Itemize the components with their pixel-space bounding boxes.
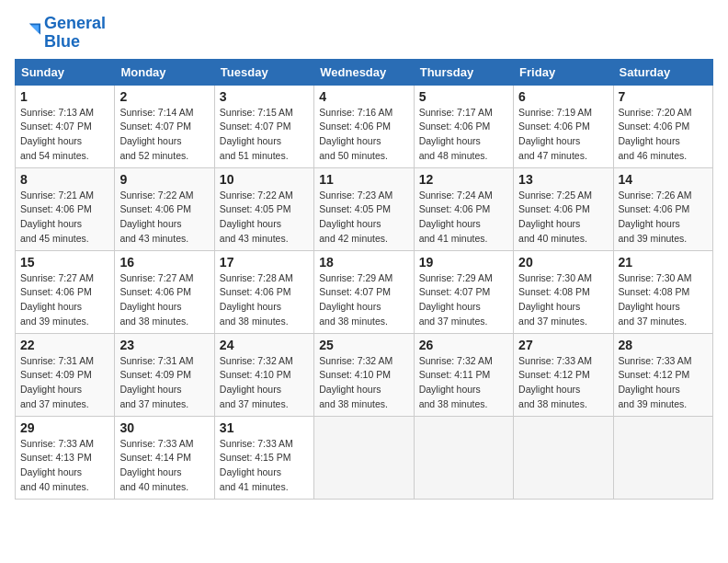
day-number: 14 (619, 172, 708, 187)
logo: GeneralBlue (15, 15, 106, 52)
day-detail: Sunrise: 7:30 AMSunset: 4:08 PMDaylight … (518, 272, 592, 327)
calendar-week-3: 15Sunrise: 7:27 AMSunset: 4:06 PMDayligh… (16, 250, 713, 333)
day-detail: Sunrise: 7:20 AMSunset: 4:06 PMDaylight … (619, 107, 692, 161)
calendar-cell: 31Sunrise: 7:33 AMSunset: 4:15 PMDayligh… (214, 416, 313, 499)
day-number: 6 (518, 89, 608, 104)
day-detail: Sunrise: 7:22 AMSunset: 4:06 PMDaylight … (119, 190, 193, 244)
logo-icon (15, 20, 40, 46)
day-detail: Sunrise: 7:31 AMSunset: 4:09 PMDaylight … (20, 355, 94, 409)
day-detail: Sunrise: 7:14 AMSunset: 4:07 PMDaylight … (119, 107, 193, 161)
calendar-cell (314, 416, 414, 499)
day-detail: Sunrise: 7:13 AMSunset: 4:07 PMDaylight … (20, 107, 94, 161)
day-detail: Sunrise: 7:15 AMSunset: 4:07 PMDaylight … (220, 107, 293, 161)
calendar-header-row: SundayMondayTuesdayWednesdayThursdayFrid… (16, 59, 713, 85)
day-detail: Sunrise: 7:16 AMSunset: 4:06 PMDaylight … (319, 107, 392, 161)
day-header-sunday: Sunday (16, 59, 115, 85)
calendar-cell: 13Sunrise: 7:25 AMSunset: 4:06 PMDayligh… (514, 167, 613, 250)
day-number: 24 (220, 338, 309, 352)
day-detail: Sunrise: 7:24 AMSunset: 4:06 PMDaylight … (419, 190, 493, 244)
day-number: 18 (319, 255, 408, 270)
day-header-monday: Monday (115, 59, 214, 85)
header: GeneralBlue (15, 15, 713, 52)
day-header-friday: Friday (514, 59, 613, 85)
calendar-cell: 10Sunrise: 7:22 AMSunset: 4:05 PMDayligh… (214, 167, 313, 250)
calendar-cell: 1Sunrise: 7:13 AMSunset: 4:07 PMDaylight… (16, 85, 115, 167)
calendar-cell: 2Sunrise: 7:14 AMSunset: 4:07 PMDaylight… (115, 85, 214, 167)
calendar-cell: 22Sunrise: 7:31 AMSunset: 4:09 PMDayligh… (16, 333, 115, 416)
calendar-week-5: 29Sunrise: 7:33 AMSunset: 4:13 PMDayligh… (16, 416, 713, 499)
day-header-saturday: Saturday (613, 59, 712, 85)
calendar-week-2: 8Sunrise: 7:21 AMSunset: 4:06 PMDaylight… (16, 167, 713, 250)
calendar-cell: 27Sunrise: 7:33 AMSunset: 4:12 PMDayligh… (514, 333, 613, 416)
calendar-cell: 11Sunrise: 7:23 AMSunset: 4:05 PMDayligh… (314, 167, 414, 250)
day-detail: Sunrise: 7:28 AMSunset: 4:06 PMDaylight … (220, 272, 293, 327)
calendar-cell: 23Sunrise: 7:31 AMSunset: 4:09 PMDayligh… (115, 333, 214, 416)
day-number: 29 (20, 420, 109, 435)
day-number: 30 (119, 420, 209, 435)
calendar-cell: 16Sunrise: 7:27 AMSunset: 4:06 PMDayligh… (115, 250, 214, 333)
calendar-cell (514, 416, 613, 499)
day-number: 4 (319, 89, 408, 104)
calendar-week-4: 22Sunrise: 7:31 AMSunset: 4:09 PMDayligh… (16, 333, 713, 416)
day-header-thursday: Thursday (414, 59, 513, 85)
calendar-cell (613, 416, 712, 499)
calendar-cell (414, 416, 513, 499)
day-detail: Sunrise: 7:33 AMSunset: 4:12 PMDaylight … (518, 355, 592, 409)
calendar-cell: 15Sunrise: 7:27 AMSunset: 4:06 PMDayligh… (16, 250, 115, 333)
calendar-cell: 19Sunrise: 7:29 AMSunset: 4:07 PMDayligh… (414, 250, 513, 333)
calendar-cell: 7Sunrise: 7:20 AMSunset: 4:06 PMDaylight… (613, 85, 712, 167)
day-number: 3 (220, 89, 309, 104)
day-detail: Sunrise: 7:17 AMSunset: 4:06 PMDaylight … (419, 107, 493, 161)
day-number: 10 (220, 172, 309, 187)
day-number: 12 (419, 172, 508, 187)
day-detail: Sunrise: 7:21 AMSunset: 4:06 PMDaylight … (20, 190, 94, 244)
day-detail: Sunrise: 7:32 AMSunset: 4:10 PMDaylight … (319, 355, 392, 409)
day-detail: Sunrise: 7:27 AMSunset: 4:06 PMDaylight … (119, 272, 193, 327)
day-detail: Sunrise: 7:31 AMSunset: 4:09 PMDaylight … (119, 355, 193, 409)
day-number: 23 (119, 338, 209, 352)
day-number: 25 (319, 338, 408, 352)
day-number: 15 (20, 255, 109, 270)
calendar-cell: 29Sunrise: 7:33 AMSunset: 4:13 PMDayligh… (16, 416, 115, 499)
day-detail: Sunrise: 7:26 AMSunset: 4:06 PMDaylight … (619, 190, 692, 244)
day-detail: Sunrise: 7:27 AMSunset: 4:06 PMDaylight … (20, 272, 94, 327)
day-header-tuesday: Tuesday (214, 59, 313, 85)
logo-text: GeneralBlue (44, 15, 106, 52)
day-number: 20 (518, 255, 608, 270)
day-detail: Sunrise: 7:22 AMSunset: 4:05 PMDaylight … (220, 190, 293, 244)
calendar-cell: 26Sunrise: 7:32 AMSunset: 4:11 PMDayligh… (414, 333, 513, 416)
calendar-cell: 12Sunrise: 7:24 AMSunset: 4:06 PMDayligh… (414, 167, 513, 250)
calendar-cell: 28Sunrise: 7:33 AMSunset: 4:12 PMDayligh… (613, 333, 712, 416)
calendar-cell: 14Sunrise: 7:26 AMSunset: 4:06 PMDayligh… (613, 167, 712, 250)
calendar-cell: 24Sunrise: 7:32 AMSunset: 4:10 PMDayligh… (214, 333, 313, 416)
day-number: 1 (20, 89, 109, 104)
calendar-cell: 21Sunrise: 7:30 AMSunset: 4:08 PMDayligh… (613, 250, 712, 333)
day-detail: Sunrise: 7:29 AMSunset: 4:07 PMDaylight … (419, 272, 493, 327)
day-number: 26 (419, 338, 508, 352)
day-number: 27 (518, 338, 608, 352)
day-detail: Sunrise: 7:32 AMSunset: 4:11 PMDaylight … (419, 355, 493, 409)
day-detail: Sunrise: 7:30 AMSunset: 4:08 PMDaylight … (619, 272, 692, 327)
day-number: 28 (619, 338, 708, 352)
calendar-cell: 4Sunrise: 7:16 AMSunset: 4:06 PMDaylight… (314, 85, 414, 167)
day-number: 13 (518, 172, 608, 187)
calendar-cell: 17Sunrise: 7:28 AMSunset: 4:06 PMDayligh… (214, 250, 313, 333)
day-detail: Sunrise: 7:29 AMSunset: 4:07 PMDaylight … (319, 272, 392, 327)
day-header-wednesday: Wednesday (314, 59, 414, 85)
day-detail: Sunrise: 7:23 AMSunset: 4:05 PMDaylight … (319, 190, 392, 244)
day-number: 8 (20, 172, 109, 187)
calendar-cell: 9Sunrise: 7:22 AMSunset: 4:06 PMDaylight… (115, 167, 214, 250)
calendar-cell: 5Sunrise: 7:17 AMSunset: 4:06 PMDaylight… (414, 85, 513, 167)
day-detail: Sunrise: 7:33 AMSunset: 4:14 PMDaylight … (119, 438, 193, 492)
day-number: 19 (419, 255, 508, 270)
day-detail: Sunrise: 7:19 AMSunset: 4:06 PMDaylight … (518, 107, 592, 161)
calendar-cell: 8Sunrise: 7:21 AMSunset: 4:06 PMDaylight… (16, 167, 115, 250)
day-number: 22 (20, 338, 109, 352)
day-detail: Sunrise: 7:32 AMSunset: 4:10 PMDaylight … (220, 355, 293, 409)
calendar-cell: 6Sunrise: 7:19 AMSunset: 4:06 PMDaylight… (514, 85, 613, 167)
day-detail: Sunrise: 7:25 AMSunset: 4:06 PMDaylight … (518, 190, 592, 244)
day-number: 5 (419, 89, 508, 104)
day-number: 21 (619, 255, 708, 270)
day-number: 7 (619, 89, 708, 104)
calendar-cell: 3Sunrise: 7:15 AMSunset: 4:07 PMDaylight… (214, 85, 313, 167)
